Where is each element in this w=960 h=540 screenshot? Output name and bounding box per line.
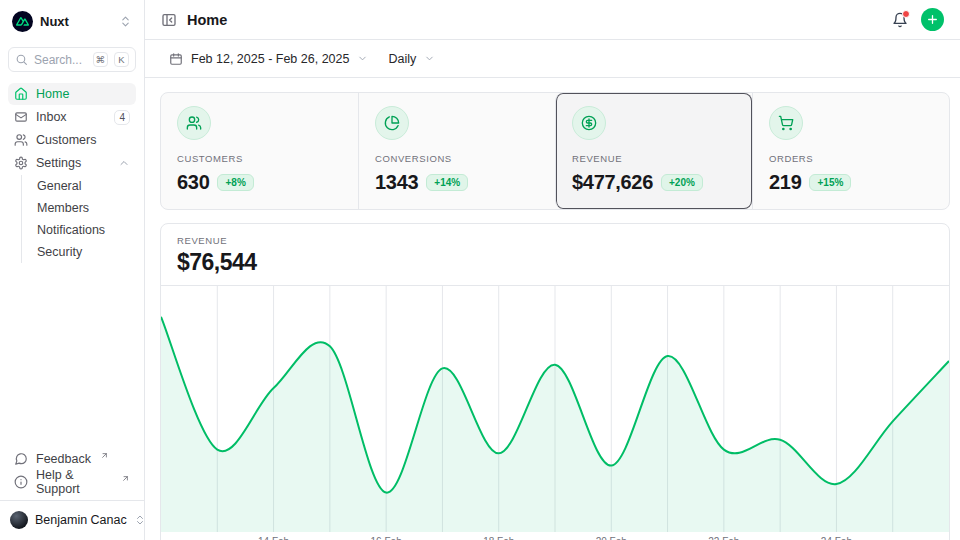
- sidebar-item-members[interactable]: Members: [37, 197, 136, 219]
- info-circle-icon: [14, 475, 28, 489]
- user-section: Benjamin Canac: [0, 500, 144, 532]
- x-axis-tick-label: 24 Feb: [821, 536, 853, 540]
- mail-icon: [14, 110, 28, 124]
- stat-value: 219: [769, 171, 801, 194]
- stat-label: REVENUE: [572, 153, 736, 164]
- stat-card-conversions[interactable]: CONVERSIONS 1343 +14%: [358, 93, 555, 209]
- panel-left-close-icon: [161, 12, 177, 28]
- calendar-icon: [169, 52, 183, 66]
- stat-delta-badge: +20%: [661, 174, 703, 191]
- sidebar-item-label: Inbox: [36, 110, 67, 124]
- stat-delta-badge: +15%: [809, 174, 851, 191]
- date-range-picker[interactable]: Feb 12, 2025 - Feb 26, 2025: [169, 52, 368, 66]
- stat-label: ORDERS: [769, 153, 933, 164]
- page-title: Home: [187, 12, 227, 28]
- chart-header: REVENUE $76,544: [161, 224, 949, 286]
- sidebar-item-label: Settings: [36, 156, 81, 170]
- stat-delta-badge: +14%: [426, 174, 468, 191]
- stat-label: CUSTOMERS: [177, 153, 342, 164]
- sidebar-item-label: Home: [36, 87, 69, 101]
- home-icon: [14, 87, 28, 101]
- dashboard-content: CUSTOMERS 630 +8% CONVERSIONS 1343 +14%: [145, 78, 960, 540]
- cart-icon: [769, 106, 803, 140]
- period-select[interactable]: Daily: [388, 52, 435, 66]
- kbd-cmd: ⌘: [93, 52, 109, 67]
- sidebar-item-general[interactable]: General: [37, 175, 136, 197]
- chart-metric-label: REVENUE: [177, 235, 933, 246]
- search-icon: [15, 53, 28, 66]
- external-link-icon: [100, 451, 109, 460]
- user-name: Benjamin Canac: [35, 513, 127, 527]
- revenue-chart-svg: 14 Feb16 Feb18 Feb20 Feb22 Feb24 Feb: [161, 286, 949, 540]
- sidebar-item-help-support[interactable]: Help & Support: [8, 471, 136, 493]
- settings-subnav: General Members Notifications Security: [21, 175, 136, 263]
- user-menu[interactable]: Benjamin Canac: [10, 508, 134, 532]
- sidebar-footer: Feedback Help & Support Benjamin Canac: [8, 448, 136, 532]
- users-icon: [177, 106, 211, 140]
- sidebar-item-label: Customers: [36, 133, 96, 147]
- sidebar-item-home[interactable]: Home: [8, 83, 136, 105]
- stat-value: 1343: [375, 171, 418, 194]
- x-axis-tick-label: 16 Feb: [371, 536, 403, 540]
- stat-label: CONVERSIONS: [375, 153, 539, 164]
- main-area: Home Feb 12, 2025 - Feb 26, 2025 Daily: [145, 0, 960, 540]
- dollar-circle-icon: [572, 106, 606, 140]
- stat-value: $477,626: [572, 171, 653, 194]
- revenue-chart-card: REVENUE $76,544 14 Feb16 Feb18 Feb20 Feb…: [160, 223, 950, 540]
- sidebar: Nuxt Search... ⌘ K Home Inbox 4: [0, 0, 145, 540]
- stat-value: 630: [177, 171, 209, 194]
- x-axis-tick-label: 14 Feb: [258, 536, 290, 540]
- add-button[interactable]: [921, 8, 944, 31]
- plus-icon: [926, 13, 939, 26]
- gear-icon: [14, 156, 28, 170]
- stats-panel: CUSTOMERS 630 +8% CONVERSIONS 1343 +14%: [160, 92, 950, 210]
- search-input[interactable]: Search... ⌘ K: [8, 47, 136, 72]
- sidebar-item-label: Feedback: [36, 452, 91, 466]
- chevrons-up-down-icon: [134, 514, 146, 526]
- external-link-icon: [121, 474, 130, 483]
- chevron-down-icon: [424, 53, 435, 64]
- pie-chart-icon: [375, 106, 409, 140]
- x-axis-tick-label: 18 Feb: [483, 536, 515, 540]
- period-value: Daily: [388, 52, 416, 66]
- kbd-k: K: [114, 52, 129, 67]
- chart-plot-area[interactable]: 14 Feb16 Feb18 Feb20 Feb22 Feb24 Feb: [161, 286, 949, 540]
- chevron-up-icon: [118, 157, 130, 169]
- inbox-count-badge: 4: [114, 110, 130, 125]
- sidebar-nav: Home Inbox 4 Customers Settings Genera: [8, 83, 136, 265]
- x-axis-tick-label: 22 Feb: [708, 536, 740, 540]
- sidebar-item-label: Help & Support: [36, 468, 112, 496]
- sidebar-item-feedback[interactable]: Feedback: [8, 448, 136, 470]
- sidebar-item-security[interactable]: Security: [37, 241, 136, 263]
- search-placeholder: Search...: [34, 53, 87, 67]
- chevron-down-icon: [357, 53, 368, 64]
- sidebar-item-notifications[interactable]: Notifications: [37, 219, 136, 241]
- stat-delta-badge: +8%: [217, 174, 253, 191]
- stat-card-orders[interactable]: ORDERS 219 +15%: [752, 93, 949, 209]
- avatar: [10, 511, 28, 529]
- sidebar-item-inbox[interactable]: Inbox 4: [8, 106, 136, 128]
- workspace-switcher[interactable]: Nuxt: [8, 8, 136, 34]
- chevrons-up-down-icon: [119, 15, 132, 28]
- users-icon: [14, 133, 28, 147]
- message-circle-icon: [14, 452, 28, 466]
- date-range-value: Feb 12, 2025 - Feb 26, 2025: [191, 52, 349, 66]
- page-header: Home: [145, 0, 960, 40]
- collapse-sidebar-button[interactable]: [161, 12, 177, 28]
- x-axis-tick-label: 20 Feb: [596, 536, 628, 540]
- nuxt-logo-icon: [12, 11, 33, 32]
- stat-card-customers[interactable]: CUSTOMERS 630 +8%: [161, 93, 358, 209]
- filters-toolbar: Feb 12, 2025 - Feb 26, 2025 Daily: [145, 40, 960, 78]
- notification-dot: [902, 10, 910, 18]
- notifications-button[interactable]: [892, 12, 908, 28]
- workspace-name: Nuxt: [40, 14, 112, 29]
- sidebar-item-customers[interactable]: Customers: [8, 129, 136, 151]
- stat-card-revenue[interactable]: REVENUE $477,626 +20%: [555, 93, 752, 209]
- sidebar-item-settings[interactable]: Settings: [8, 152, 136, 174]
- chart-metric-value: $76,544: [177, 249, 933, 276]
